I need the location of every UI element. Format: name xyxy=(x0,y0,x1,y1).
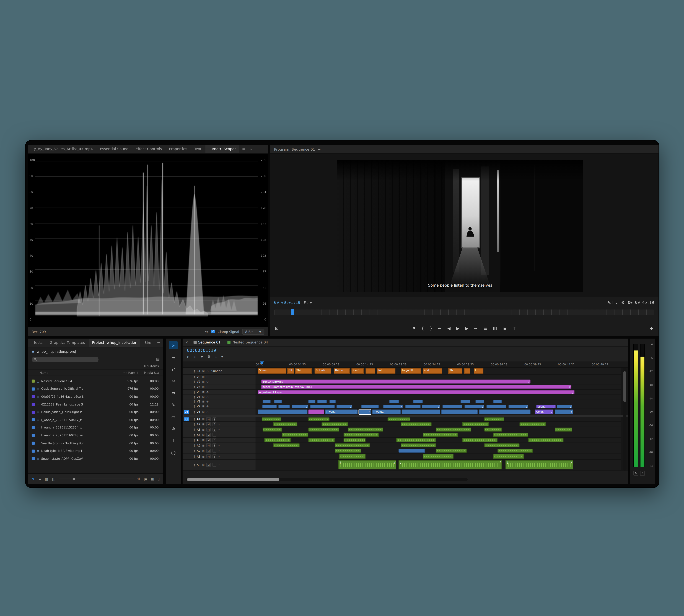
track-fx-icon[interactable]: ƒ xyxy=(194,417,195,421)
razor-tool[interactable]: ✄ xyxy=(169,377,178,385)
video-clip[interactable]: ƒ xyxy=(441,410,478,414)
mic-icon[interactable]: • xyxy=(218,422,220,426)
solo-button[interactable]: S xyxy=(212,443,216,447)
solo-button[interactable]: S xyxy=(212,438,216,442)
video-clip[interactable]: ƒ xyxy=(383,404,403,408)
video-clip[interactable]: I_want...ƒ xyxy=(372,410,401,414)
video-clip[interactable]: ƒ xyxy=(508,404,528,408)
track-lane[interactable] xyxy=(256,375,621,379)
track-fx-icon[interactable]: ƒ xyxy=(194,385,195,389)
sync-lock-icon[interactable]: ⊞ xyxy=(202,404,204,408)
mic-icon[interactable]: • xyxy=(218,433,220,437)
video-clip[interactable] xyxy=(308,410,324,414)
audio-clip[interactable] xyxy=(308,427,339,432)
track-lane[interactable] xyxy=(256,399,621,404)
mark-in-button[interactable]: { xyxy=(421,326,424,330)
track-lane[interactable]: ♪ƒ♪ƒ♪ƒ xyxy=(256,460,621,470)
mute-button[interactable]: M xyxy=(206,438,211,442)
panel-menu-icon[interactable]: ≡ xyxy=(318,147,321,151)
program-settings-wrench-icon[interactable]: ⚒ xyxy=(621,301,624,304)
solo-button[interactable]: S xyxy=(212,454,216,458)
track-fx-icon[interactable]: ƒ xyxy=(194,404,195,408)
type-tool[interactable]: T xyxy=(169,436,178,444)
video-clip[interactable] xyxy=(461,400,470,403)
track-lane[interactable] xyxy=(256,454,621,460)
mic-icon[interactable]: • xyxy=(218,428,220,431)
audio-clip[interactable] xyxy=(498,449,533,453)
project-item-row[interactable]: ▭6212129_Peak Landscape S00 fps12:18: xyxy=(28,400,163,408)
track-fx-icon[interactable]: ƒ xyxy=(194,375,195,378)
project-item-row[interactable]: ▭Oasis Supersonic Official Trai976 fps00… xyxy=(28,385,163,393)
track-output-eye-icon[interactable]: ⊙ xyxy=(206,390,209,394)
solo-button[interactable]: S xyxy=(212,417,216,421)
track-lane[interactable] xyxy=(256,433,621,438)
list-view-icon[interactable]: ≣ xyxy=(38,477,42,481)
track-lane[interactable] xyxy=(256,448,621,454)
edit-pencil-icon[interactable]: ✎ xyxy=(32,477,35,481)
audio-clip[interactable] xyxy=(263,427,282,432)
video-clip[interactable]: super 35mm film grain (overlay).mp4ƒ xyxy=(261,385,571,389)
caption-clip[interactable]: ... xyxy=(366,368,375,374)
scrollbar-thumb[interactable] xyxy=(623,371,626,402)
timeline-vertical-scrollbar[interactable] xyxy=(623,368,626,471)
video-clip[interactable] xyxy=(476,400,484,403)
linked-selection-icon[interactable]: ◎ xyxy=(193,355,197,359)
audio-clip[interactable] xyxy=(493,454,524,459)
sync-lock-icon[interactable]: ⊞ xyxy=(202,438,204,442)
video-clip[interactable] xyxy=(413,400,423,403)
audio-clip[interactable] xyxy=(308,438,335,442)
video-clip[interactable]: ƒ xyxy=(555,410,573,414)
mute-button[interactable]: M xyxy=(206,427,211,432)
sync-lock-icon[interactable]: ⊞ xyxy=(202,428,204,431)
video-clip[interactable] xyxy=(278,404,290,408)
audio-clip[interactable]: ♪ƒ xyxy=(398,460,502,469)
export-frame-button[interactable]: ▣ xyxy=(503,326,507,330)
audio-clip[interactable] xyxy=(462,438,498,442)
track-lane[interactable]: 16x9A_Dirty.jpgƒ xyxy=(256,379,621,384)
project-item-row[interactable]: ▭Seattle Storm - "Nothing But00 fps00:00… xyxy=(28,439,163,447)
mic-icon[interactable]: • xyxy=(218,438,220,442)
track-lane[interactable] xyxy=(256,438,621,443)
audio-clip[interactable] xyxy=(401,443,436,447)
track-fx-icon[interactable]: ƒ xyxy=(194,463,195,467)
tab-sequence-01[interactable]: Sequence 01 xyxy=(192,339,223,346)
track-lane[interactable] xyxy=(256,443,621,448)
column-name[interactable]: Name xyxy=(40,371,113,374)
monitor-settings-button[interactable]: ⊡ xyxy=(275,326,278,330)
tab-bin[interactable]: Bin: xyxy=(141,339,155,347)
audio-clip[interactable] xyxy=(528,438,564,442)
video-clip[interactable]: I_wan...ƒ xyxy=(325,410,358,414)
mute-button[interactable]: M xyxy=(206,463,211,467)
track-lane[interactable]: ƒƒƒƒƒƒƒcoun...ƒƒ xyxy=(256,404,621,409)
sync-lock-icon[interactable]: ⊞ xyxy=(202,400,204,403)
video-clip[interactable] xyxy=(310,404,335,408)
video-clip[interactable] xyxy=(442,404,462,408)
solo-button[interactable]: S xyxy=(212,427,216,432)
audio-clip[interactable] xyxy=(423,433,458,437)
project-item-row[interactable]: ▭Hailuo_Video_[Truck.right,P00 fps00:00: xyxy=(28,408,163,416)
video-clip[interactable] xyxy=(329,400,336,403)
project-root-row[interactable]: ▣ whop_inspiration.prproj xyxy=(28,347,163,355)
track-output-eye-icon[interactable]: ⊙ xyxy=(206,369,209,373)
track-output-eye-icon[interactable]: ⊙ xyxy=(206,380,209,383)
sync-lock-icon[interactable]: ⊞ xyxy=(202,422,204,426)
search-bin-icon[interactable]: ▤ xyxy=(156,357,160,361)
audio-clip[interactable] xyxy=(484,417,504,421)
track-fx-icon[interactable]: ƒ xyxy=(194,380,195,383)
extract-button[interactable]: ▥ xyxy=(493,326,497,330)
track-fx-icon[interactable]: ƒ xyxy=(194,455,195,458)
playback-resolution-dropdown[interactable]: Full ∨ xyxy=(608,301,618,304)
new-bin-icon[interactable]: ▣ xyxy=(144,477,147,481)
source-patch-badge[interactable]: A4 xyxy=(184,417,189,421)
project-item-row[interactable]: ▭I_want_a_202511152354_x00 fps00:00: xyxy=(28,424,163,432)
track-lane[interactable] xyxy=(256,427,621,433)
go-to-in-button[interactable]: ⇤ xyxy=(438,326,441,330)
video-clip[interactable]: Adjustment Layerƒ xyxy=(258,390,574,394)
track-output-eye-icon[interactable]: ⊙ xyxy=(206,375,209,378)
track-output-eye-icon[interactable]: ⊙ xyxy=(206,395,209,399)
timeline-horizontal-scrollbar[interactable] xyxy=(186,478,468,481)
playhead-timecode[interactable]: 00:00:01:19 xyxy=(274,300,300,305)
audio-clip[interactable] xyxy=(519,422,546,426)
sync-lock-icon[interactable]: ⊞ xyxy=(202,455,204,458)
audio-clip[interactable] xyxy=(436,449,467,453)
